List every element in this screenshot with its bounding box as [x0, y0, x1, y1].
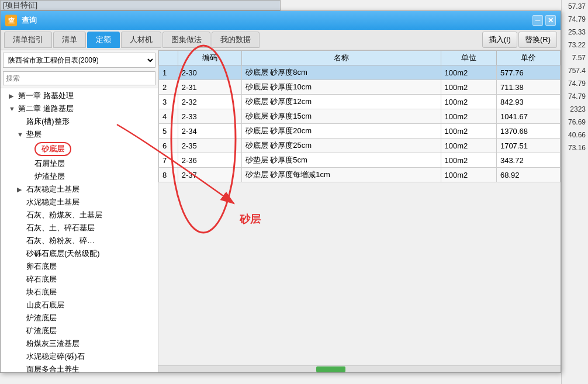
dialog-title: 查询 [22, 15, 530, 26]
tree-item-sand-layer[interactable]: 砂底层 [1, 141, 158, 157]
cell-name: 砂底层 砂厚度15cm [241, 109, 441, 124]
tree-label-lime-fly-gravel: 石灰、粉粉灰、碎… [26, 236, 95, 246]
close-button[interactable]: ✕ [545, 15, 556, 26]
tree-label-cinder-pad: 炉渣垫层 [34, 171, 65, 182]
tab-qingdan-zhiyin[interactable]: 清单指引 [4, 32, 52, 48]
tree-item-road-bed[interactable]: 路床(槽)整形 [1, 115, 158, 128]
tree-label-pad-layer: 垫层 [26, 129, 41, 140]
tree-label-mineral-slag: 矿渣底层 [26, 326, 57, 336]
bg-num-11: 40.66 [562, 129, 588, 141]
bg-num-5: 7.57 [562, 51, 588, 64]
cell-unit: 100m2 [441, 65, 496, 80]
cell-unit: 100m2 [441, 80, 496, 95]
tree-item-lime-gravel[interactable]: 石灰、土、碎石基层 [1, 222, 158, 234]
tab-qingdan[interactable]: 清单 [53, 32, 86, 48]
tree-label-lime-gravel: 石灰、土、碎石基层 [26, 223, 95, 233]
tree-item-crushed[interactable]: 碎石底层 [1, 273, 158, 286]
price-list-dropdown[interactable]: 陕西省市政工程价目表(2009) [3, 53, 155, 68]
bg-num-6: 757.4 [562, 64, 588, 77]
cell-price: 842.93 [496, 95, 560, 109]
search-input[interactable] [3, 71, 155, 85]
tree-label-cobble: 卵石底层 [26, 261, 57, 272]
tree-label-sand-gravel: 砂砾石底层(天然级配) [26, 248, 100, 259]
cell-unit: 100m2 [441, 109, 496, 124]
cell-code: 2-30 [178, 65, 241, 80]
tree-item-cement-gravel[interactable]: 水泥稳定碎(砾)石 [1, 350, 158, 363]
cell-num: 8 [159, 168, 178, 182]
table-row[interactable]: 1 2-30 砂底层 砂厚度8cm 100m2 577.76 [159, 65, 561, 80]
tab-tujifafa[interactable]: 图集做法 [162, 32, 210, 48]
cell-code: 2-31 [178, 80, 241, 95]
tree-label-lime-soil: 石灰稳定土基层 [26, 184, 79, 195]
table-row[interactable]: 8 2-37 砂垫层 砂厚度每增减1cm 100m2 68.92 [159, 168, 561, 182]
table-row[interactable]: 2 2-31 砂底层 砂厚度10cm 100m2 711.38 [159, 80, 561, 95]
bg-num-3: 25.33 [562, 26, 588, 39]
bg-num-8: 74.79 [562, 90, 588, 103]
cell-price: 68.92 [496, 168, 560, 182]
tree-item-pad-layer[interactable]: ▼ 垫层 [1, 128, 158, 141]
tree-item-cement-soil[interactable]: 水泥稳定土基层 [1, 196, 158, 209]
title-bar: 查 查询 ─ ✕ [1, 11, 561, 30]
title-icon: 查 [5, 15, 17, 26]
tree-label-chapter2: 第二章 道路基层 [18, 103, 74, 114]
tree-item-lime-fly-soil[interactable]: 石灰、粉煤灰、土基层 [1, 209, 158, 222]
bg-num-2: 74.79 [562, 13, 588, 26]
tree-label-stone-chips: 石屑垫层 [34, 158, 65, 169]
table-row[interactable]: 7 2-36 砂垫层 砂厚度5cm 100m2 343.72 [159, 153, 561, 168]
expand-icon-chapter2: ▼ [9, 105, 16, 112]
tree-item-cinder-bottom[interactable]: 炉渣底层 [1, 312, 158, 324]
bg-num-10: 76.69 [562, 116, 588, 129]
tree-label-crushed: 碎石底层 [26, 274, 57, 285]
cell-price: 1707.51 [496, 139, 560, 153]
tab-wode-shuju[interactable]: 我的数据 [212, 32, 260, 48]
tree-item-cobble[interactable]: 卵石底层 [1, 260, 158, 273]
tree-item-sand-gravel[interactable]: 砂砾石底层(天然级配) [1, 247, 158, 260]
tree-item-chapter1[interactable]: ▶ 第一章 路基处理 [1, 89, 158, 102]
tree-item-mountain-stone[interactable]: 山皮石底层 [1, 299, 158, 312]
table-row[interactable]: 6 2-35 砂底层 砂厚度25cm 100m2 1707.51 [159, 139, 561, 153]
table-row[interactable]: 5 2-34 砂底层 砂厚度20cm 100m2 1370.68 [159, 124, 561, 139]
tree-label-road-bed: 路床(槽)整形 [26, 116, 70, 127]
content-area: 陕西省市政工程价目表(2009) ▶ 第一章 路基处理 ▼ 第二章 道路基层 路… [1, 50, 561, 372]
expand-icon-lime-soil: ▶ [17, 186, 24, 193]
right-panel: 编码 名称 单位 单价 1 2-30 砂底层 砂厚度8cm 100m2 577.… [158, 50, 561, 372]
tree-item-mineral-slag[interactable]: 矿渣底层 [1, 324, 158, 337]
cell-num: 3 [159, 95, 178, 109]
bg-num-9: 2323 [562, 103, 588, 116]
tree-item-fly-ash[interactable]: 粉煤灰三渣基层 [1, 337, 158, 350]
table-row[interactable]: 4 2-33 砂底层 砂厚度15cm 100m2 1041.67 [159, 109, 561, 124]
replace-button[interactable]: 替换(R) [518, 32, 557, 48]
tree-label-cinder-bottom: 炉渣底层 [26, 313, 57, 323]
tree-item-chapter2[interactable]: ▼ 第二章 道路基层 [1, 102, 158, 115]
table-row[interactable]: 3 2-32 砂底层 砂厚度12cm 100m2 842.93 [159, 95, 561, 109]
cell-num: 1 [159, 65, 178, 80]
insert-button[interactable]: 插入(I) [482, 32, 517, 48]
cell-name: 砂底层 砂厚度20cm [241, 124, 441, 139]
cell-name: 砂底层 砂厚度10cm [241, 80, 441, 95]
scroll-thumb-h[interactable] [316, 366, 345, 372]
tree-item-lime-soil[interactable]: ▶ 石灰稳定土基层 [1, 183, 158, 196]
tree-label-cement-soil: 水泥稳定土基层 [26, 197, 79, 207]
tree-item-surface-cure[interactable]: 面层多合土养生 [1, 363, 158, 372]
header-unit: 单位 [441, 51, 496, 65]
tree-label-sand: 砂底层 [34, 142, 71, 156]
tree-item-lime-fly-gravel[interactable]: 石灰、粉粉灰、碎… [1, 234, 158, 247]
bottom-scroll[interactable] [158, 365, 561, 372]
expand-icon-chapter1: ▶ [9, 92, 16, 100]
toolbar: 清单指引 清单 定额 人材机 图集做法 我的数据 插入(I) 替换(R) [1, 30, 561, 50]
header-name: 名称 [241, 51, 441, 65]
minimize-button[interactable]: ─ [532, 15, 543, 26]
tree-item-stone-chips[interactable]: 石屑垫层 [1, 157, 158, 170]
cell-code: 2-37 [178, 168, 241, 182]
tree-label-lime-fly-soil: 石灰、粉煤灰、土基层 [26, 210, 102, 220]
tab-dinge[interactable]: 定额 [87, 32, 120, 48]
tab-rencaiji[interactable]: 人材机 [121, 32, 161, 48]
cell-price: 1041.67 [496, 109, 560, 124]
tree-label-cement-gravel: 水泥稳定碎(砾)石 [26, 351, 85, 362]
tree-item-cinder-pad[interactable]: 炉渣垫层 [1, 170, 158, 183]
cell-num: 6 [159, 139, 178, 153]
tree-item-block-stone[interactable]: 块石底层 [1, 286, 158, 299]
cell-price: 577.76 [496, 65, 560, 80]
data-table: 编码 名称 单位 单价 1 2-30 砂底层 砂厚度8cm 100m2 577.… [158, 50, 561, 182]
cell-unit: 100m2 [441, 153, 496, 168]
